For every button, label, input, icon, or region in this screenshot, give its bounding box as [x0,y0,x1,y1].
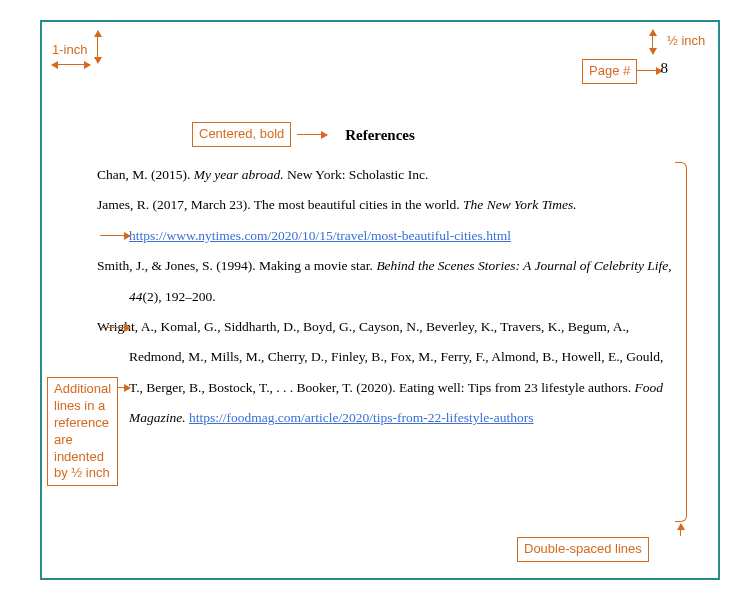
double-spaced-arrow [680,524,681,536]
ref-text: James, R. (2017, March 23). The most bea… [97,197,463,212]
page-number: 8 [661,60,669,77]
half-inch-v-arrow [652,30,653,54]
hanging-indent-annotation: Additional lines in a reference are inde… [47,377,118,486]
reference-entry: Chan, M. (2015). My year abroad. New Yor… [97,160,677,190]
ref-text: (2), 192–200. [143,289,216,304]
page-number-arrow [637,70,662,71]
indent-arrow-1 [100,235,130,236]
reference-entry: Wright, A., Komal, G., Siddharth, D., Bo… [97,312,677,434]
ref-link[interactable]: https://www.nytimes.com/2020/10/15/trave… [129,228,511,243]
ref-italic: My year abroad. [194,167,284,182]
reference-entry: James, R. (2017, March 23). The most bea… [97,190,677,251]
ref-italic: The New York Times. [463,197,577,212]
page-number-annotation: Page # [582,59,637,84]
ref-text: Smith, J., & Jones, S. (1994). Making a … [97,258,376,273]
page-frame: 1-inch ½ inch Page # 8 Centered, bold Re… [40,20,720,580]
one-inch-label: 1-inch [52,42,87,57]
one-inch-v-arrow [97,31,98,63]
references-title: References [42,127,718,144]
indent-arrow-2 [100,327,130,328]
references-list: Chan, M. (2015). My year abroad. New Yor… [97,160,677,433]
ref-link[interactable]: https://foodmag.com/article/2020/tips-fr… [189,410,534,425]
double-spaced-annotation: Double-spaced lines [517,537,649,562]
ref-text: Wright, A., Komal, G., Siddharth, D., Bo… [97,319,663,395]
one-inch-h-arrow [52,64,90,65]
half-inch-label: ½ inch [667,33,705,48]
ref-text: New York: Scholastic Inc. [284,167,429,182]
bracket-icon [675,162,687,522]
ref-text: Chan, M. (2015). [97,167,194,182]
reference-entry: Smith, J., & Jones, S. (1994). Making a … [97,251,677,312]
